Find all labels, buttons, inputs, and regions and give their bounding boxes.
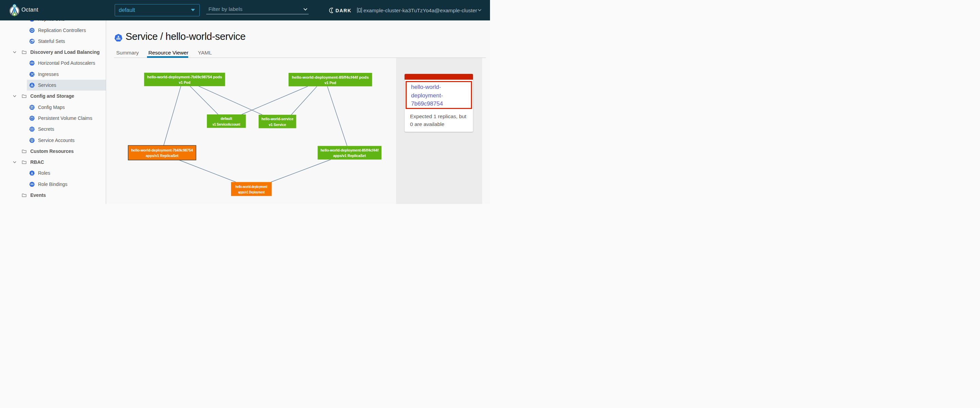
svg-text:hello-world-deployment-85ff4cf: hello-world-deployment-85ff4cf44f <box>321 148 379 152</box>
svg-text:apps/v1 ReplicaSet: apps/v1 ReplicaSet <box>333 154 366 158</box>
svg-text:default: default <box>221 117 232 121</box>
svg-text:apps/v1 ReplicaSet: apps/v1 ReplicaSet <box>146 154 179 158</box>
svg-text:v1 ServiceAccount: v1 ServiceAccount <box>212 123 240 126</box>
svg-text:hello-world-deployment-7b69c98: hello-world-deployment-7b69c98754 pods <box>147 75 222 79</box>
svg-text:hello-world-service: hello-world-service <box>261 117 293 121</box>
svg-text:hello-world-deployment: hello-world-deployment <box>235 185 267 189</box>
svg-text:hello-world-deployment-85ff4cf: hello-world-deployment-85ff4cf44f pods <box>292 76 369 79</box>
svg-text:v1 Service: v1 Service <box>269 123 286 127</box>
svg-text:v1 Pod: v1 Pod <box>325 81 336 85</box>
svg-text:hello-world-deployment-7b69c98: hello-world-deployment-7b69c98754 <box>131 148 193 152</box>
svg-text:v1 Pod: v1 Pod <box>179 81 190 84</box>
svg-text:apps/v1 Deployment: apps/v1 Deployment <box>238 190 265 194</box>
